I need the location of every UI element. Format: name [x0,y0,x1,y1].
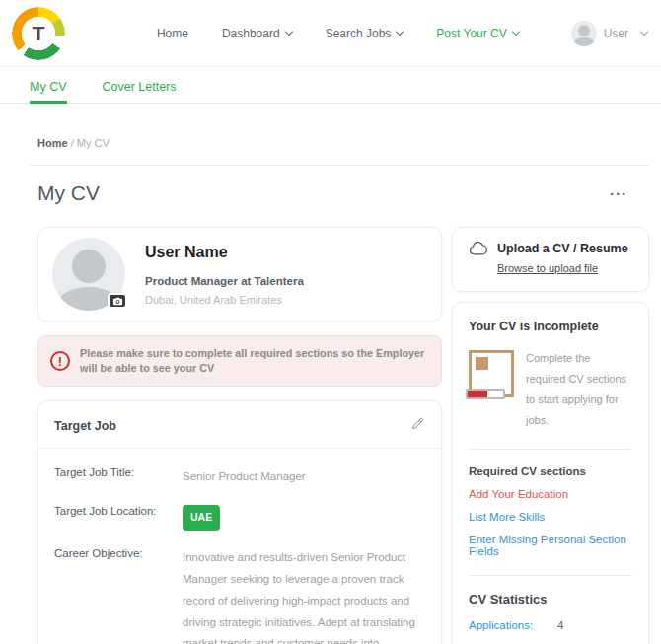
cv-statistics-title: CV Statistics [469,592,632,607]
cloud-icon [469,241,488,255]
tab-bar: My CV Cover Letters [0,67,661,104]
warning-text: Please make sure to complete all require… [80,346,429,376]
user-avatar [571,21,597,46]
doc-progress-bar [466,389,505,399]
logo-letter: T [12,7,65,60]
required-link-education[interactable]: Add Your Education [469,488,632,500]
incomplete-description: Complete the required CV sections to sta… [526,348,632,431]
nav-search-jobs[interactable]: Search Jobs [326,27,404,40]
upload-header: Upload a CV / Resume [469,241,632,255]
avatar-head [578,25,590,36]
target-job-header: Target Job [38,401,441,449]
doc-progress-fill [468,391,487,397]
divider [30,165,649,166]
nav-post-your-cv[interactable]: Post Your CV [436,27,518,40]
main-column: User Name Product Manager at Talentera D… [37,227,442,644]
breadcrumb-separator: / [71,137,74,149]
field-row: Target Job Location: UAE [54,505,425,531]
nav-home-label: Home [157,27,188,40]
more-options-icon[interactable]: ··· [610,186,627,201]
browse-upload-link[interactable]: Browse to upload file [497,262,598,274]
upload-title: Upload a CV / Resume [497,242,628,255]
profile-avatar[interactable] [52,238,125,311]
page-title: My CV [37,181,100,205]
stat-label-applications[interactable]: Applications: [469,619,557,631]
field-row: Career Objective: Innovative and results… [54,547,425,644]
required-link-personal-fields[interactable]: Enter Missing Personal Section Fields [469,534,632,557]
columns: User Name Product Manager at Talentera D… [37,227,649,644]
breadcrumb-home[interactable]: Home [37,137,68,149]
tab-my-cv[interactable]: My CV [30,80,67,103]
main-nav: Home Dashboard Search Jobs Post Your CV [105,27,571,40]
profile-headline: Product Manager at Talentera [145,275,304,287]
nav-post-your-cv-label: Post Your CV [436,27,506,40]
target-job-card: Target Job Target Job Title: Senior Prod… [37,400,442,644]
breadcrumb-current: My CV [77,137,110,149]
field-value: Innovative and results-driven Senior Pro… [183,547,425,644]
sidebar: Upload a CV / Resume Browse to upload fi… [452,227,649,644]
career-objective-text: Innovative and results-driven Senior Pro… [183,551,415,644]
nav-dashboard-label: Dashboard [222,27,280,40]
tab-cover-letters[interactable]: Cover Letters [103,80,177,103]
chevron-down-icon [640,28,648,36]
avatar-torso [572,37,595,45]
nav-dashboard[interactable]: Dashboard [222,27,292,40]
profile-location: Dubai, United Arab Emirates [145,294,304,306]
doc-square [476,357,488,370]
stat-row: Applications: 4 [469,619,632,631]
warning-banner: ! Please make sure to complete all requi… [37,335,442,387]
profile-name: User Name [145,244,304,261]
title-row: My CV ··· [37,181,649,205]
incomplete-document-icon [469,350,514,397]
nav-home[interactable]: Home [157,27,188,40]
user-menu-label: User [604,27,628,40]
breadcrumb: Home / My CV [37,137,649,149]
field-label: Target Job Location: [54,505,183,531]
content: Home / My CV My CV ··· User Name [0,104,661,644]
chevron-down-icon [284,28,292,36]
divider [469,449,632,450]
edit-pencil-icon[interactable] [410,416,425,435]
incomplete-title: Your CV is Incomplete [469,320,632,333]
required-sections-title: Required CV sections [469,465,632,477]
avatar-head [72,250,106,283]
profile-text: User Name Product Manager at Talentera D… [145,244,304,306]
location-badge[interactable]: UAE [183,505,220,531]
chevron-down-icon [511,28,519,36]
stat-value: 4 [557,619,563,631]
camera-icon[interactable] [108,293,127,309]
field-row: Target Job Title: Senior Product Manager [54,466,425,488]
field-label: Target Job Title: [54,466,183,488]
divider [469,575,632,576]
user-menu[interactable]: User [571,21,647,46]
target-job-title: Target Job [54,419,116,433]
chevron-down-icon [396,28,404,36]
field-value: UAE [183,505,425,531]
exclamation-icon: ! [50,351,70,371]
field-label: Career Objective: [54,547,183,644]
incomplete-row: Complete the required CV sections to sta… [469,348,632,431]
target-job-body: Target Job Title: Senior Product Manager… [38,449,441,644]
top-navbar: T Home Dashboard Search Jobs Post Your C… [0,0,661,67]
profile-card: User Name Product Manager at Talentera D… [37,227,442,322]
required-link-skills[interactable]: List More Skills [469,511,632,523]
nav-search-jobs-label: Search Jobs [326,27,392,40]
page: T Home Dashboard Search Jobs Post Your C… [0,0,661,644]
cv-incomplete-card: Your CV is Incomplete Complete the requi… [452,302,649,644]
brand-logo[interactable]: T [12,7,65,60]
upload-cv-card: Upload a CV / Resume Browse to upload fi… [452,227,649,292]
field-value: Senior Product Manager [183,466,425,488]
